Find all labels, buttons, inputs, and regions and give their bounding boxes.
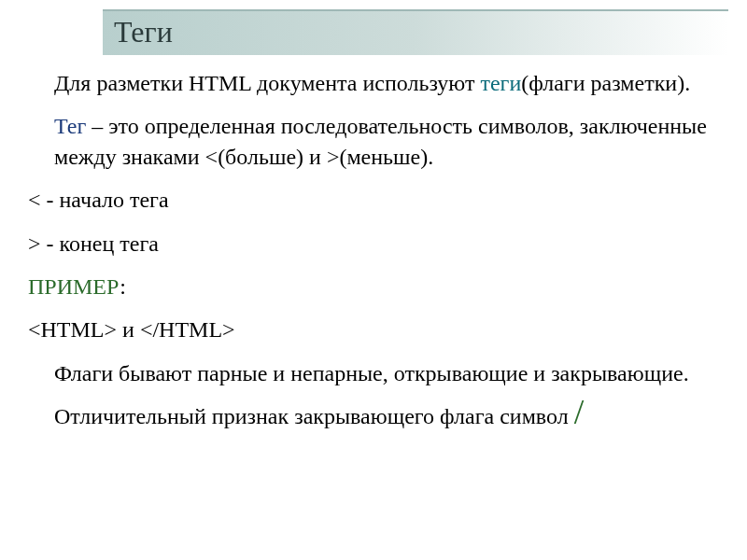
paragraph-definition: Тег – это определенная последовательност… — [28, 111, 717, 172]
slide-content: Для разметки HTML документа используют т… — [19, 55, 728, 436]
slash-symbol: / — [574, 392, 585, 431]
paragraph-intro: Для разметки HTML документа используют т… — [28, 68, 717, 98]
line-example-label: ПРИМЕР: — [28, 272, 717, 301]
text-definition: – это определенная последовательность си… — [54, 114, 707, 168]
text-intro-2: (флаги разметки). — [521, 71, 690, 95]
line-tag-end: > - конец тега — [28, 229, 717, 259]
text-intro-1: Для разметки HTML документа используют — [54, 71, 480, 95]
slide-title: Теги — [103, 9, 728, 55]
slide-container: Теги Для разметки HTML документа использ… — [0, 0, 747, 436]
paragraph-flags: Флаги бывают парные и непарные, открываю… — [28, 358, 717, 437]
line-tag-start: < - начало тега — [28, 185, 717, 215]
text-flags: Флаги бывают парные и непарные, открываю… — [54, 361, 689, 428]
line-example-code: <HTML> и </HTML> — [28, 315, 717, 344]
example-label: ПРИМЕР — [28, 274, 120, 299]
term-tag: Тег — [54, 114, 86, 138]
term-tags: теги — [480, 71, 521, 95]
example-colon: : — [120, 274, 126, 299]
